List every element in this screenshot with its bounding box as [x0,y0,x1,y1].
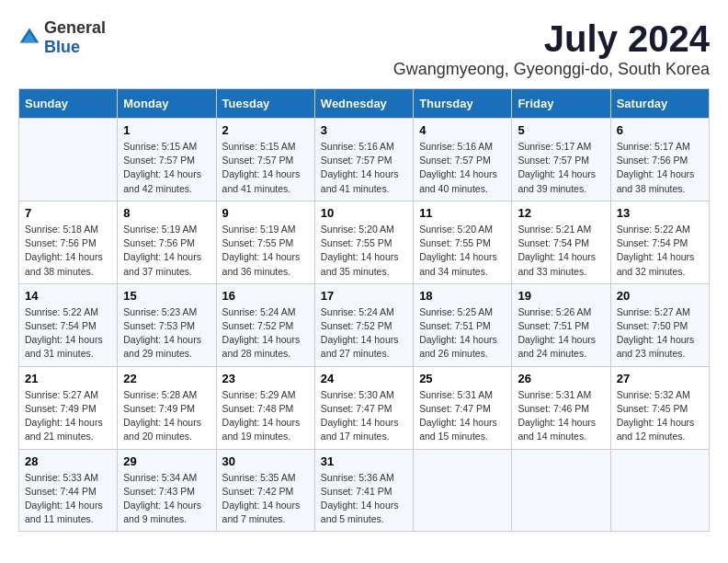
month-title: July 2024 [393,18,710,60]
day-cell: 13Sunrise: 5:22 AM Sunset: 7:54 PM Dayli… [610,201,709,283]
day-info: Sunrise: 5:24 AM Sunset: 7:52 PM Dayligh… [321,305,407,362]
day-cell: 21Sunrise: 5:27 AM Sunset: 7:49 PM Dayli… [19,366,118,449]
day-info: Sunrise: 5:35 AM Sunset: 7:42 PM Dayligh… [222,471,309,527]
day-number: 9 [222,206,309,220]
day-cell: 18Sunrise: 5:25 AM Sunset: 7:51 PM Dayli… [414,283,512,366]
day-number: 18 [419,289,506,303]
day-cell: 6Sunrise: 5:17 AM Sunset: 7:56 PM Daylig… [610,119,709,201]
day-number: 6 [617,123,703,137]
day-info: Sunrise: 5:20 AM Sunset: 7:55 PM Dayligh… [321,223,407,279]
day-number: 29 [123,454,210,468]
logo-general: General [44,18,106,37]
header-cell-monday: Monday [118,89,216,119]
day-cell: 7Sunrise: 5:18 AM Sunset: 7:56 PM Daylig… [19,201,118,283]
day-cell: 17Sunrise: 5:24 AM Sunset: 7:52 PM Dayli… [314,283,413,366]
day-cell: 23Sunrise: 5:29 AM Sunset: 7:48 PM Dayli… [216,366,314,449]
day-cell: 28Sunrise: 5:33 AM Sunset: 7:44 PM Dayli… [19,449,118,532]
week-row-5: 28Sunrise: 5:33 AM Sunset: 7:44 PM Dayli… [19,449,710,532]
day-cell: 9Sunrise: 5:19 AM Sunset: 7:55 PM Daylig… [216,201,314,283]
day-info: Sunrise: 5:26 AM Sunset: 7:51 PM Dayligh… [518,305,604,362]
day-info: Sunrise: 5:27 AM Sunset: 7:49 PM Dayligh… [25,388,111,444]
day-cell: 16Sunrise: 5:24 AM Sunset: 7:52 PM Dayli… [216,283,314,366]
day-number: 15 [123,289,210,303]
location-title: Gwangmyeong, Gyeonggi-do, South Korea [393,60,710,79]
day-number: 2 [222,123,309,137]
day-number: 22 [123,372,210,385]
day-info: Sunrise: 5:22 AM Sunset: 7:54 PM Dayligh… [617,223,703,279]
day-number: 10 [321,206,407,220]
day-cell: 14Sunrise: 5:22 AM Sunset: 7:54 PM Dayli… [19,283,118,366]
day-number: 1 [123,123,210,137]
day-cell: 10Sunrise: 5:20 AM Sunset: 7:55 PM Dayli… [314,201,413,283]
day-info: Sunrise: 5:24 AM Sunset: 7:52 PM Dayligh… [222,305,309,362]
day-number: 28 [25,454,111,468]
day-info: Sunrise: 5:31 AM Sunset: 7:47 PM Dayligh… [419,388,506,444]
day-info: Sunrise: 5:36 AM Sunset: 7:41 PM Dayligh… [321,471,407,527]
day-info: Sunrise: 5:31 AM Sunset: 7:46 PM Dayligh… [518,388,604,444]
day-cell: 19Sunrise: 5:26 AM Sunset: 7:51 PM Dayli… [512,283,610,366]
day-number: 27 [617,372,703,385]
day-number: 14 [25,289,111,303]
week-row-1: 1Sunrise: 5:15 AM Sunset: 7:57 PM Daylig… [19,119,710,201]
day-number: 21 [25,372,111,385]
day-cell [19,119,118,201]
day-info: Sunrise: 5:17 AM Sunset: 7:57 PM Dayligh… [518,140,604,196]
day-cell: 11Sunrise: 5:20 AM Sunset: 7:55 PM Dayli… [414,201,512,283]
day-cell: 27Sunrise: 5:32 AM Sunset: 7:45 PM Dayli… [610,366,709,449]
day-info: Sunrise: 5:32 AM Sunset: 7:45 PM Dayligh… [617,388,703,444]
day-info: Sunrise: 5:15 AM Sunset: 7:57 PM Dayligh… [123,140,210,196]
day-number: 3 [321,123,407,137]
day-cell: 25Sunrise: 5:31 AM Sunset: 7:47 PM Dayli… [414,366,512,449]
day-info: Sunrise: 5:16 AM Sunset: 7:57 PM Dayligh… [321,140,407,196]
day-cell: 30Sunrise: 5:35 AM Sunset: 7:42 PM Dayli… [216,449,314,532]
day-number: 20 [617,289,703,303]
day-number: 24 [321,372,407,385]
day-cell: 24Sunrise: 5:30 AM Sunset: 7:47 PM Dayli… [314,366,413,449]
header-cell-friday: Friday [512,89,610,119]
day-cell [610,449,709,532]
day-info: Sunrise: 5:33 AM Sunset: 7:44 PM Dayligh… [25,471,111,527]
calendar-body: 1Sunrise: 5:15 AM Sunset: 7:57 PM Daylig… [19,119,710,532]
day-cell [512,449,610,532]
week-row-2: 7Sunrise: 5:18 AM Sunset: 7:56 PM Daylig… [19,201,710,283]
logo: General Blue [18,18,106,57]
calendar-header-row: SundayMondayTuesdayWednesdayThursdayFrid… [19,89,710,119]
day-info: Sunrise: 5:30 AM Sunset: 7:47 PM Dayligh… [321,388,407,444]
day-info: Sunrise: 5:19 AM Sunset: 7:56 PM Dayligh… [123,223,210,279]
day-number: 30 [222,454,309,468]
day-info: Sunrise: 5:28 AM Sunset: 7:49 PM Dayligh… [123,388,210,444]
header: General Blue July 2024 Gwangmyeong, Gyeo… [18,18,710,79]
day-info: Sunrise: 5:22 AM Sunset: 7:54 PM Dayligh… [25,305,111,362]
title-section: July 2024 Gwangmyeong, Gyeonggi-do, Sout… [393,18,710,79]
logo-text: General Blue [44,18,106,57]
day-number: 19 [518,289,604,303]
header-cell-tuesday: Tuesday [216,89,314,119]
day-cell: 2Sunrise: 5:15 AM Sunset: 7:57 PM Daylig… [216,119,314,201]
day-info: Sunrise: 5:19 AM Sunset: 7:55 PM Dayligh… [222,223,309,279]
day-number: 11 [419,206,506,220]
day-number: 23 [222,372,309,385]
header-cell-sunday: Sunday [19,89,118,119]
day-cell: 29Sunrise: 5:34 AM Sunset: 7:43 PM Dayli… [118,449,216,532]
day-info: Sunrise: 5:21 AM Sunset: 7:54 PM Dayligh… [518,223,604,279]
week-row-3: 14Sunrise: 5:22 AM Sunset: 7:54 PM Dayli… [19,283,710,366]
day-number: 25 [419,372,506,385]
logo-icon [18,27,40,49]
day-cell: 20Sunrise: 5:27 AM Sunset: 7:50 PM Dayli… [610,283,709,366]
day-info: Sunrise: 5:17 AM Sunset: 7:56 PM Dayligh… [617,140,703,196]
day-info: Sunrise: 5:27 AM Sunset: 7:50 PM Dayligh… [617,305,703,362]
day-info: Sunrise: 5:18 AM Sunset: 7:56 PM Dayligh… [25,223,111,279]
header-cell-thursday: Thursday [414,89,512,119]
day-number: 26 [518,372,604,385]
day-cell: 22Sunrise: 5:28 AM Sunset: 7:49 PM Dayli… [118,366,216,449]
day-cell: 1Sunrise: 5:15 AM Sunset: 7:57 PM Daylig… [118,119,216,201]
day-number: 13 [617,206,703,220]
day-info: Sunrise: 5:29 AM Sunset: 7:48 PM Dayligh… [222,388,309,444]
day-cell: 3Sunrise: 5:16 AM Sunset: 7:57 PM Daylig… [314,119,413,201]
day-cell: 15Sunrise: 5:23 AM Sunset: 7:53 PM Dayli… [118,283,216,366]
header-cell-saturday: Saturday [610,89,709,119]
day-number: 16 [222,289,309,303]
calendar-table: SundayMondayTuesdayWednesdayThursdayFrid… [18,88,710,532]
day-info: Sunrise: 5:20 AM Sunset: 7:55 PM Dayligh… [419,223,506,279]
day-number: 4 [419,123,506,137]
